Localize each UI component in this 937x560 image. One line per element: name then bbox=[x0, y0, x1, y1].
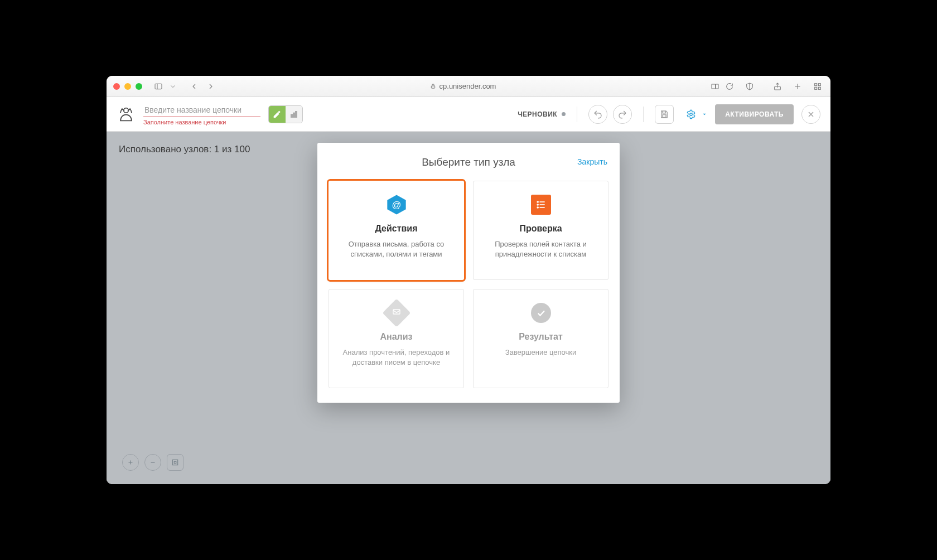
card-title: Результат bbox=[519, 332, 563, 342]
redo-button[interactable] bbox=[613, 105, 632, 124]
svg-rect-15 bbox=[296, 111, 297, 117]
status-label: ЧЕРНОВИК bbox=[518, 110, 557, 118]
status-badge: ЧЕРНОВИК bbox=[518, 110, 566, 118]
card-desc: Отправка письма, работа со списками, пол… bbox=[339, 239, 453, 259]
close-window-icon[interactable] bbox=[113, 83, 120, 90]
mail-diamond-icon bbox=[385, 302, 408, 324]
svg-text:@: @ bbox=[392, 200, 401, 210]
nav-back-icon[interactable] bbox=[188, 80, 200, 93]
chain-name-error: Заполните название цепочки bbox=[143, 119, 260, 125]
url-text: cp.unisender.com bbox=[439, 82, 496, 90]
browser-window: cp.unisender.com Заполните назв bbox=[107, 76, 830, 484]
settings-dropdown[interactable] bbox=[682, 105, 707, 124]
tabs-overview-icon[interactable] bbox=[812, 80, 824, 93]
sidebar-toggle-icon[interactable] bbox=[152, 80, 165, 93]
chain-name-field: Заполните название цепочки bbox=[143, 103, 260, 125]
save-button[interactable] bbox=[655, 105, 674, 124]
svg-rect-2 bbox=[431, 86, 434, 88]
svg-point-17 bbox=[690, 113, 693, 115]
chain-name-input[interactable] bbox=[143, 103, 260, 117]
nav-forward-icon[interactable] bbox=[205, 80, 217, 93]
svg-rect-10 bbox=[818, 83, 820, 85]
close-editor-button[interactable] bbox=[801, 105, 820, 124]
svg-rect-33 bbox=[393, 310, 400, 314]
reload-icon[interactable] bbox=[723, 80, 736, 93]
card-title: Анализ bbox=[380, 332, 412, 342]
svg-rect-0 bbox=[155, 84, 162, 89]
address-bar[interactable]: cp.unisender.com bbox=[221, 82, 704, 90]
svg-rect-12 bbox=[818, 87, 820, 89]
svg-rect-24 bbox=[174, 461, 176, 464]
zoom-in-button[interactable] bbox=[122, 454, 139, 471]
svg-rect-23 bbox=[172, 460, 177, 465]
view-mode-toggle bbox=[268, 105, 303, 123]
zoom-controls bbox=[122, 454, 183, 471]
svg-rect-11 bbox=[815, 87, 817, 89]
window-controls bbox=[113, 83, 142, 90]
stats-mode-button[interactable] bbox=[286, 106, 302, 123]
node-card-analysis[interactable]: Анализ Анализ прочтений, переходов и дос… bbox=[329, 289, 464, 388]
node-card-check[interactable]: Проверка Проверка полей контакта и прина… bbox=[473, 181, 608, 280]
svg-point-29 bbox=[537, 204, 538, 205]
caret-down-icon bbox=[702, 112, 707, 117]
shield-icon[interactable] bbox=[743, 80, 756, 93]
check-circle-icon bbox=[530, 302, 552, 324]
nodes-used-label: Использовано узлов: 1 из 100 bbox=[119, 144, 250, 155]
canvas-workspace[interactable]: Использовано узлов: 1 из 100 Выберите ти… bbox=[107, 132, 830, 484]
fit-screen-button[interactable] bbox=[167, 454, 183, 471]
card-desc: Проверка полей контакта и принадлежности… bbox=[484, 239, 598, 259]
node-card-actions[interactable]: @ Действия Отправка письма, работа со сп… bbox=[329, 181, 464, 280]
card-title: Действия bbox=[375, 224, 417, 234]
node-type-modal: Выберите тип узла Закрыть @ Действия Отп… bbox=[317, 143, 620, 403]
svg-rect-14 bbox=[293, 113, 295, 117]
app-logo-icon[interactable] bbox=[117, 105, 136, 124]
card-desc: Анализ прочтений, переходов и доставки п… bbox=[339, 347, 453, 367]
at-hex-icon: @ bbox=[385, 194, 408, 216]
new-tab-icon[interactable] bbox=[791, 80, 804, 93]
activate-button[interactable]: АКТИВИРОВАТЬ bbox=[715, 104, 794, 124]
modal-close-button[interactable]: Закрыть bbox=[577, 157, 607, 166]
zoom-out-button[interactable] bbox=[144, 454, 161, 471]
svg-point-31 bbox=[537, 207, 538, 208]
lock-icon bbox=[430, 83, 436, 89]
status-dot-icon bbox=[562, 112, 566, 116]
browser-titlebar: cp.unisender.com bbox=[107, 76, 830, 97]
app-header: Заполните название цепочки ЧЕРНОВИК bbox=[107, 97, 830, 132]
edit-mode-button[interactable] bbox=[269, 106, 286, 123]
reader-icon[interactable] bbox=[709, 80, 721, 93]
minimize-window-icon[interactable] bbox=[124, 83, 131, 90]
chevron-down-icon[interactable] bbox=[169, 80, 177, 93]
card-desc: Завершение цепочки bbox=[505, 347, 576, 358]
svg-rect-13 bbox=[291, 114, 293, 117]
svg-point-27 bbox=[537, 201, 538, 202]
node-card-result[interactable]: Результат Завершение цепочки bbox=[473, 289, 608, 388]
modal-title: Выберите тип узла bbox=[422, 156, 515, 168]
maximize-window-icon[interactable] bbox=[136, 83, 142, 90]
undo-button[interactable] bbox=[588, 105, 607, 124]
list-square-icon bbox=[530, 194, 552, 216]
svg-rect-9 bbox=[815, 83, 817, 85]
svg-rect-4 bbox=[716, 84, 718, 89]
share-icon[interactable] bbox=[771, 80, 784, 93]
card-title: Проверка bbox=[519, 224, 562, 234]
svg-rect-16 bbox=[663, 114, 666, 117]
svg-rect-3 bbox=[712, 84, 716, 89]
